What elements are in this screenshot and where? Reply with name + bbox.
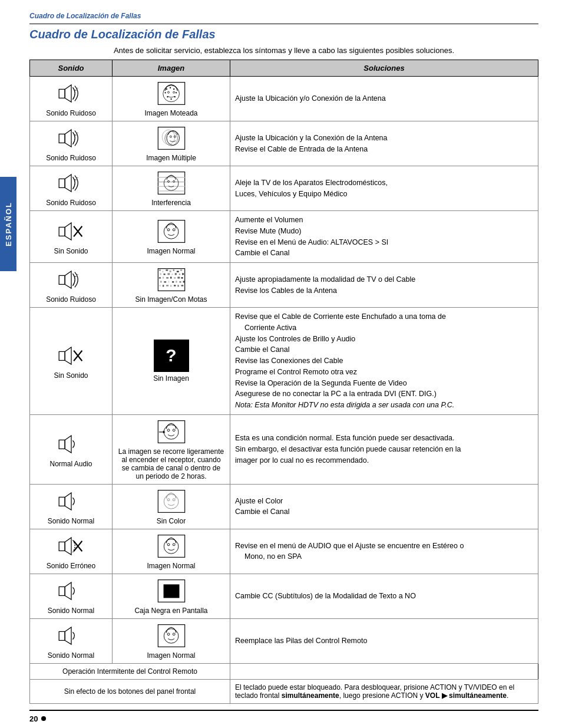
svg-marker-113 <box>65 582 71 599</box>
sonido-label: Sonido Normal <box>48 517 94 525</box>
intro-text: Antes de solicitar servicio, establezca … <box>29 46 538 55</box>
svg-rect-100 <box>158 490 184 512</box>
svg-rect-108 <box>158 535 184 557</box>
sonido-label: Sin Sonido <box>54 371 88 380</box>
imagen-cell: Sin Imagen/Con Motas <box>113 263 230 308</box>
imagen-label: Imagen Normal <box>147 651 195 660</box>
svg-rect-61 <box>171 274 173 275</box>
table-row: Normal Audio La imagen se recorre ligera… <box>30 414 538 484</box>
solutions-cell: Reemplace las Pilas del Control Remoto <box>230 618 538 663</box>
solution-item: Nota: Esta Monitor HDTV no esta dirigida… <box>235 400 533 411</box>
solutions-cell: Ajuste el ColorCambie el Canal <box>230 484 538 529</box>
svg-marker-1 <box>65 85 71 102</box>
solutions-cell: Revise en el menú de AUDIO que el Ajuste… <box>230 529 538 574</box>
svg-marker-87 <box>65 347 71 364</box>
svg-marker-99 <box>65 493 71 510</box>
table-row: Sin Sonido Imagen NormalAumente el Volum… <box>30 211 538 263</box>
svg-rect-26 <box>59 179 65 187</box>
bottom-row: Sin efecto de los botones del panel fron… <box>30 679 538 703</box>
solutions-cell: Aumente el VolumenRevise Mute (Mudo)Revi… <box>230 211 538 263</box>
solutions-cell: Esta es una condición normal. Esta funci… <box>230 414 538 484</box>
side-tab: ESPAÑOL <box>0 177 16 271</box>
table-row: Sonido Normal Caja Negra en PantallaCamb… <box>30 574 538 618</box>
svg-text:~: ~ <box>76 131 78 135</box>
solutions-cell: Ajuste apropiadamente la modalidad de TV… <box>230 263 538 308</box>
solutions-cell: Ajuste la Ubicación y/o Conexión de la A… <box>230 77 538 121</box>
svg-rect-50 <box>158 269 184 291</box>
svg-point-109 <box>164 539 178 554</box>
imagen-label: Imagen Moteada <box>144 109 197 117</box>
sonido-label: Sonido Ruidoso <box>46 295 96 304</box>
sonido-cell: Sin Sonido <box>30 308 113 415</box>
table-row: ~ ~ Sonido Ruidoso <box>30 263 538 308</box>
sonido-label: Sonido Ruidoso <box>46 109 96 117</box>
solution-item: Revise los Cables de la Antena <box>235 285 533 297</box>
svg-rect-16 <box>59 134 65 143</box>
svg-point-95 <box>173 429 175 431</box>
svg-text:~: ~ <box>76 272 78 276</box>
bottom-solution: El teclado puede estar bloqueado. Para d… <box>230 679 538 703</box>
sonido-label: Sonido Normal <box>48 607 94 615</box>
solutions-cell: Cambie CC (Subtítulos) de la Modalidad d… <box>230 574 538 618</box>
sonido-cell: ~ ~ Sonido Ruidoso <box>30 121 113 166</box>
svg-rect-75 <box>172 281 174 282</box>
svg-rect-90 <box>59 440 65 449</box>
svg-rect-54 <box>169 271 171 272</box>
solutions-cell: Ajuste la Ubicación y la Conexión de la … <box>230 121 538 166</box>
solution-item: Ajuste los Controles de Brillo y Audio <box>235 334 533 345</box>
svg-point-119 <box>164 628 178 643</box>
svg-rect-74 <box>168 281 169 282</box>
svg-point-24 <box>170 136 171 137</box>
solution-item: Revise en el Menú de Audio: ALTAVOCES > … <box>235 237 533 248</box>
sonido-cell: Normal Audio <box>30 414 113 484</box>
svg-rect-60 <box>167 273 170 275</box>
table-row: ~ ~ Sonido Ruidoso InterferenciaAleje la… <box>30 166 538 211</box>
footer-dot <box>41 716 46 721</box>
sonido-label: Sonido Erróneo <box>47 562 95 570</box>
sonido-cell: Sonido Normal <box>30 484 113 529</box>
svg-rect-76 <box>176 281 177 282</box>
header-sonido: Sonido <box>30 60 113 77</box>
svg-point-110 <box>167 543 170 546</box>
svg-point-111 <box>173 543 175 546</box>
svg-rect-67 <box>166 277 168 278</box>
svg-marker-91 <box>65 436 71 453</box>
imagen-cell: Interferencia <box>113 166 230 211</box>
svg-rect-56 <box>176 271 178 272</box>
svg-rect-55 <box>173 269 174 271</box>
svg-point-43 <box>164 225 178 239</box>
solution-item: Revise el Cable de Entrada de la Antena <box>235 144 533 155</box>
svg-rect-58 <box>160 273 161 275</box>
svg-point-120 <box>167 633 170 635</box>
solution-item: Aleje la TV de los Aparatos Electrodomés… <box>235 177 533 189</box>
svg-rect-81 <box>166 285 168 286</box>
solution-item: Ajuste la Ubicación y/o Conexión de la A… <box>235 93 533 104</box>
svg-rect-79 <box>158 285 160 286</box>
solution-item: Ajuste el Color <box>235 496 533 507</box>
svg-rect-78 <box>183 281 184 282</box>
imagen-cell: La imagen se recorre ligeramente al ence… <box>113 414 230 484</box>
svg-marker-117 <box>65 627 71 644</box>
solution-item: Cambie el Canal <box>235 344 533 355</box>
svg-point-44 <box>167 229 170 231</box>
sonido-label: Sonido Ruidoso <box>46 199 96 207</box>
solution-item: Reemplace las Pilas del Control Remoto <box>235 635 533 647</box>
imagen-cell: Imagen Normal <box>113 618 230 663</box>
sonido-cell: ~ ~ Sonido Ruidoso <box>30 77 113 121</box>
imagen-label: Caja Negra en Pantalla <box>134 607 207 615</box>
header-imagen: Imagen <box>113 60 230 77</box>
svg-rect-52 <box>162 271 163 272</box>
svg-point-121 <box>173 633 175 635</box>
imagen-label: Imagen Normal <box>147 247 195 255</box>
svg-text:~: ~ <box>76 86 78 90</box>
svg-rect-64 <box>182 273 184 275</box>
extra-label: Operación Intermitente del Control Remot… <box>30 663 230 679</box>
svg-rect-98 <box>59 497 65 506</box>
solution-item: Luces, Vehículos y Equipo Médico <box>235 189 533 200</box>
svg-point-93 <box>164 424 178 439</box>
solution-item: Aumente el Volumen <box>235 215 533 226</box>
svg-rect-85 <box>181 285 183 286</box>
footer: 20 <box>29 710 538 723</box>
svg-rect-72 <box>160 281 161 282</box>
sonido-cell: Sin Sonido <box>30 211 113 263</box>
